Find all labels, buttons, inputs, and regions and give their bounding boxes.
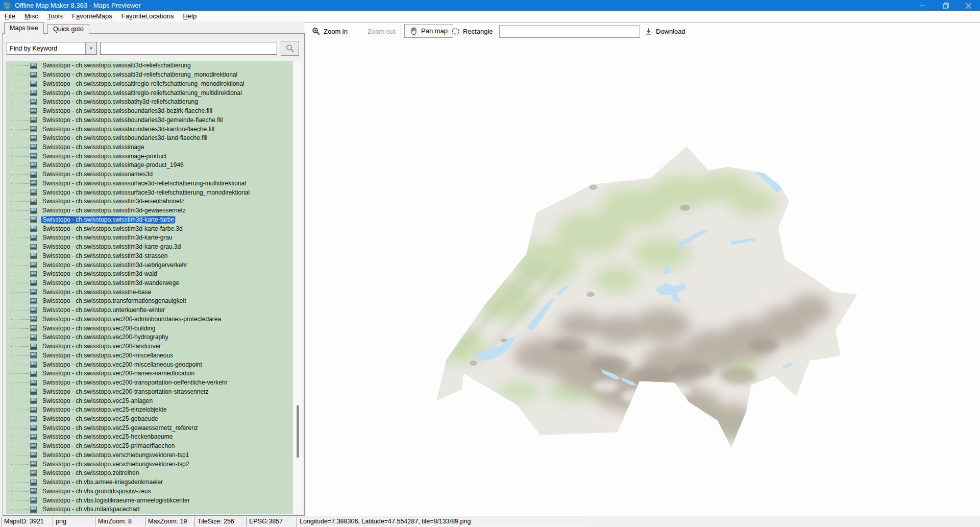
toolbar-input[interactable] (499, 25, 640, 38)
tree-item[interactable]: Swisstopo - ch.swisstopo.vec25-gewaesser… (6, 423, 293, 433)
menu-file[interactable]: File (0, 11, 20, 21)
tree-item[interactable]: Swisstopo - ch.swisstopo.swisstlm3d-stra… (6, 251, 293, 260)
maps-tree-listbox: Swisstopo - ch.swisstopo.swissalti3d-rel… (6, 61, 302, 514)
tree-item[interactable]: Swisstopo - ch.swisstopo.swisstlm3d-kart… (6, 233, 293, 243)
tree-item-label: Swisstopo - ch.swisstopo.swisstlm3d-uebr… (41, 261, 189, 269)
tree-item[interactable]: Swisstopo - ch.swisstopo.vec200-transpor… (6, 378, 293, 388)
tree-item[interactable]: Swisstopo - ch.swisstopo.swisstlm3d-wand… (6, 279, 293, 288)
keyword-input[interactable] (100, 42, 277, 55)
search-button[interactable] (281, 41, 299, 56)
map-layer-icon (30, 380, 37, 386)
close-icon (966, 3, 971, 9)
tab-quick-goto[interactable]: Quick goto (47, 24, 89, 34)
tree-item[interactable]: Swisstopo - ch.swisstopo.swissboundaries… (6, 115, 293, 125)
tree-item[interactable]: Swisstopo - ch.swisstopo.swissboundaries… (6, 107, 293, 116)
download-button[interactable]: Download (645, 25, 685, 38)
tree-connector (11, 129, 29, 130)
tree-item[interactable]: Swisstopo - ch.vbs.milairspacechart (6, 505, 293, 514)
menu-favoritemaps[interactable]: FavoriteMaps (67, 11, 117, 21)
tree-item[interactable]: Swisstopo - ch.swisstopo.swissnames3d (6, 170, 293, 179)
tree-item[interactable]: Swisstopo - ch.swisstopo.swissimage (6, 143, 293, 152)
tree-item[interactable]: Swisstopo - ch.swisstopo.vec200-building (6, 324, 293, 333)
tree-item[interactable]: Swisstopo - ch.swisstopo.swisstlm3d-wald (6, 270, 293, 279)
tree-item[interactable]: Swisstopo - ch.swisstopo.swisstlm3d-uebr… (6, 260, 293, 270)
tree-scrollbar[interactable] (293, 61, 302, 514)
map-layer-icon (30, 108, 37, 114)
close-button[interactable] (957, 0, 980, 11)
tree-item[interactable]: Swisstopo - ch.swisstopo.swisssurface3d-… (6, 188, 293, 197)
restore-button[interactable] (934, 0, 957, 11)
tree-item[interactable]: Swisstopo - ch.swisstopo.swisstlm3d-gewa… (6, 206, 293, 215)
tree-item[interactable]: Swisstopo - ch.swisstopo.unterkuenfte-wi… (6, 306, 293, 315)
tree-connector (11, 464, 29, 465)
tree-item-label: Swisstopo - ch.swisstopo.swissimage-prod… (41, 161, 185, 169)
maps-tree-panel: Find by Keyword ▼ Swisstopo - ch.swissto… (3, 33, 305, 516)
tree-item[interactable]: Swisstopo - ch.swisstopo.swisstne-base (6, 288, 293, 297)
tree-item[interactable]: Swisstopo - ch.swisstopo.swissaltiregio-… (6, 88, 293, 98)
tree-item[interactable]: Swisstopo - ch.vbs.logistikraeume-armeel… (6, 496, 293, 505)
tree-connector (11, 165, 29, 165)
tree-item-label: Swisstopo - ch.swisstopo.swisstne-base (41, 289, 153, 296)
tree-item[interactable]: Swisstopo - ch.swisstopo.swissimage-prod… (6, 152, 293, 161)
tree-item[interactable]: Swisstopo - ch.swisstopo.swissbathy3d-re… (6, 98, 293, 107)
tree-item[interactable]: Swisstopo - ch.vbs.grunddispositiv-zeus (6, 487, 293, 496)
tree-item[interactable]: Swisstopo - ch.swisstopo.swissalti3d-rel… (6, 70, 293, 80)
tree-item[interactable]: Swisstopo - ch.swisstopo.vec25-anlagen (6, 396, 293, 405)
zoom-out-button[interactable]: Zoom out (368, 25, 396, 38)
tree-item[interactable]: Swisstopo - ch.swisstopo.vec200-hydrogra… (6, 333, 293, 342)
map-layer-icon (30, 398, 37, 404)
tree-item[interactable]: Swisstopo - ch.swisstopo.transformations… (6, 297, 293, 306)
tree-item[interactable]: Swisstopo - ch.swisstopo.zeitreihen (6, 469, 293, 478)
menu-misc[interactable]: Misc (20, 11, 43, 21)
map-layer-icon (30, 208, 37, 214)
tree-item[interactable]: Swisstopo - ch.swisstopo.swisstlm3d-kart… (6, 224, 293, 233)
tree-connector (11, 446, 29, 446)
tree-item[interactable]: Swisstopo - ch.swisstopo.vec200-miscella… (6, 360, 293, 369)
tree-item[interactable]: Swisstopo - ch.swisstopo.verschiebungsve… (6, 460, 293, 469)
menu-help[interactable]: Help (178, 11, 201, 21)
tree-item-label: Swisstopo - ch.vbs.logistikraeume-armeel… (41, 497, 191, 505)
tree-item[interactable]: Swisstopo - ch.swisstopo.verschiebungsve… (6, 451, 293, 460)
tree-item[interactable]: Swisstopo - ch.swisstopo.swissaltiregio-… (6, 79, 293, 88)
tree-item[interactable]: Swisstopo - ch.vbs.armee-kriegsdenkmaele… (6, 478, 293, 487)
menu-tools[interactable]: Tools (43, 11, 67, 21)
tree-item[interactable]: Swisstopo - ch.swisstopo.vec200-names-na… (6, 369, 293, 378)
tree-item[interactable]: Swisstopo - ch.swisstopo.vec200-transpor… (6, 387, 293, 396)
tree-item-label: Swisstopo - ch.swisstopo.swissaltiregio-… (41, 89, 243, 97)
tab-maps-tree[interactable]: Maps tree (4, 22, 44, 34)
map-layer-icon (30, 90, 37, 96)
find-mode-select[interactable]: Find by Keyword ▼ (7, 42, 97, 55)
pan-map-button[interactable]: Pan map (404, 24, 453, 38)
chevron-down-icon[interactable]: ▼ (85, 42, 96, 54)
status-max-zoom: MaxZoom: 19 (145, 517, 193, 526)
tree-item-label: Swisstopo - ch.swisstopo.unterkuenfte-wi… (41, 306, 166, 314)
tree-item[interactable]: Swisstopo - ch.swisstopo.vec25-heckenbae… (6, 433, 293, 442)
tree-item[interactable]: Swisstopo - ch.swisstopo.vec200-landcove… (6, 342, 293, 351)
zoom-in-button[interactable]: Zoom in (312, 25, 348, 38)
tree-connector (11, 292, 29, 293)
map-layer-icon (30, 352, 37, 358)
menu-favoritelocations[interactable]: FavoriteLocations (117, 11, 179, 21)
tree-scrollbar-thumb[interactable] (297, 405, 299, 458)
tree-item[interactable]: Swisstopo - ch.swisstopo.vec200-adminbou… (6, 315, 293, 324)
tree-item[interactable]: Swisstopo - ch.swisstopo.swissalti3d-rel… (6, 61, 293, 70)
tree-item[interactable]: Swisstopo - ch.swisstopo.vec25-primaerfl… (6, 442, 293, 451)
rectangle-button[interactable]: Rectangle (452, 25, 493, 38)
tree-item[interactable]: Swisstopo - ch.swisstopo.swissimage-prod… (6, 161, 293, 170)
tree-item[interactable]: Swisstopo - ch.swisstopo.swisssurface3d-… (6, 179, 293, 188)
tree-item[interactable]: Swisstopo - ch.swisstopo.vec200-miscella… (6, 351, 293, 361)
map-layer-icon (30, 144, 37, 150)
tree-item[interactable]: Swisstopo - ch.swisstopo.swisstlm3d-kart… (6, 243, 293, 252)
tree-item[interactable]: Swisstopo - ch.swisstopo.swisstlm3d-eise… (6, 197, 293, 206)
tree-connector (11, 220, 29, 220)
map-preview[interactable] (305, 39, 980, 516)
tree-connector (11, 237, 29, 238)
minimize-button[interactable] (911, 0, 934, 11)
tree-item[interactable]: Swisstopo - ch.swisstopo.swissboundaries… (6, 125, 293, 134)
map-layer-icon (30, 72, 37, 78)
tree-item[interactable]: Swisstopo - ch.swisstopo.vec25-gebaeude (6, 415, 293, 424)
tree-connector (11, 283, 29, 283)
tree-item[interactable]: Swisstopo - ch.swisstopo.swisstlm3d-kart… (6, 215, 293, 224)
tree-item[interactable]: Swisstopo - ch.swisstopo.vec25-einzelobj… (6, 405, 293, 415)
tree-item[interactable]: Swisstopo - ch.swisstopo.swissboundaries… (6, 134, 293, 143)
